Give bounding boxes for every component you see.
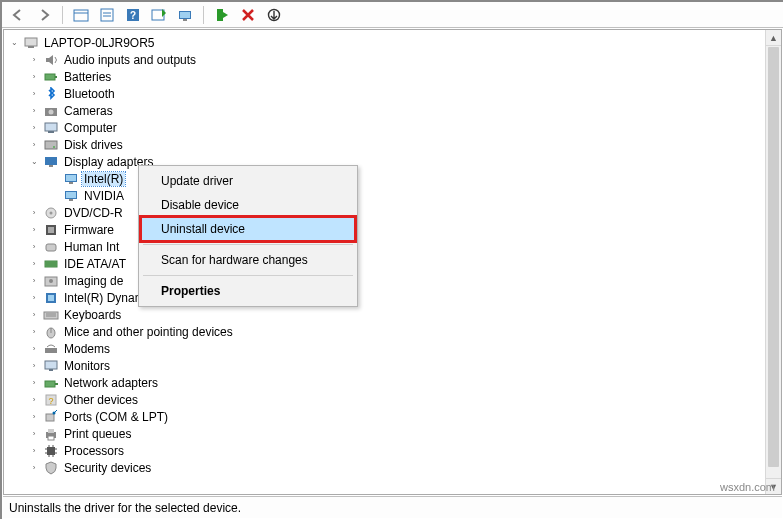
- category-icon: [43, 205, 59, 221]
- back-button[interactable]: [8, 5, 28, 25]
- category-icon: [43, 69, 59, 85]
- expand-icon[interactable]: ›: [28, 258, 40, 270]
- svg-rect-23: [45, 157, 57, 165]
- tree-category[interactable]: ›Monitors: [28, 357, 765, 374]
- category-label: Network adapters: [62, 376, 160, 390]
- expand-icon[interactable]: ›: [28, 139, 40, 151]
- category-label: Keyboards: [62, 308, 123, 322]
- scroll-thumb[interactable]: [768, 47, 779, 467]
- vertical-scrollbar[interactable]: ▲ ▼: [765, 30, 781, 494]
- tree-category[interactable]: ›Computer: [28, 119, 765, 136]
- context-menu: Update driver Disable device Uninstall d…: [138, 165, 358, 307]
- tree-pane: ⌄ LAPTOP-0LJR9OR5 ›Audio inputs and outp…: [3, 29, 782, 495]
- menu-update-driver[interactable]: Update driver: [141, 169, 355, 193]
- category-icon: [43, 154, 59, 170]
- tree-category[interactable]: ›Bluetooth: [28, 85, 765, 102]
- expand-icon[interactable]: ›: [28, 122, 40, 134]
- action-button[interactable]: [149, 5, 169, 25]
- category-icon: [43, 86, 59, 102]
- tree-category[interactable]: ›Batteries: [28, 68, 765, 85]
- tree-category[interactable]: ›Security devices: [28, 459, 765, 476]
- tree-category[interactable]: ›Mice and other pointing devices: [28, 323, 765, 340]
- svg-rect-49: [45, 361, 57, 369]
- root-label: LAPTOP-0LJR9OR5: [42, 36, 157, 50]
- category-icon: [43, 137, 59, 153]
- svg-rect-15: [45, 74, 55, 80]
- tree-category[interactable]: ›Ports (COM & LPT): [28, 408, 765, 425]
- svg-point-40: [49, 279, 53, 283]
- expand-icon[interactable]: ›: [28, 292, 40, 304]
- expand-icon[interactable]: ›: [28, 105, 40, 117]
- category-icon: [43, 103, 59, 119]
- expand-icon[interactable]: ›: [28, 411, 40, 423]
- svg-rect-16: [55, 76, 57, 78]
- expand-icon[interactable]: ›: [28, 88, 40, 100]
- svg-text:?: ?: [130, 10, 136, 21]
- forward-button[interactable]: [34, 5, 54, 25]
- toolbar: ?: [2, 2, 783, 28]
- expand-icon[interactable]: ›: [28, 54, 40, 66]
- category-icon: [43, 358, 59, 374]
- expand-icon[interactable]: ›: [28, 326, 40, 338]
- help-button[interactable]: ?: [123, 5, 143, 25]
- scan-button[interactable]: [175, 5, 195, 25]
- svg-rect-24: [49, 165, 53, 167]
- menu-uninstall-device[interactable]: Uninstall device: [141, 217, 355, 241]
- tree-category[interactable]: ›Audio inputs and outputs: [28, 51, 765, 68]
- toolbar-separator: [203, 6, 204, 24]
- expand-icon[interactable]: ›: [28, 445, 40, 457]
- svg-point-57: [53, 411, 56, 414]
- svg-rect-29: [66, 192, 76, 198]
- svg-rect-14: [28, 46, 34, 48]
- tree-category[interactable]: ›?Other devices: [28, 391, 765, 408]
- tree-category[interactable]: ›Keyboards: [28, 306, 765, 323]
- svg-rect-60: [48, 436, 54, 440]
- svg-rect-0: [74, 10, 88, 21]
- menu-properties[interactable]: Properties: [141, 279, 355, 303]
- tree-category[interactable]: ›Disk drives: [28, 136, 765, 153]
- category-label: Computer: [62, 121, 119, 135]
- category-label: Bluetooth: [62, 87, 117, 101]
- expand-icon[interactable]: ›: [28, 241, 40, 253]
- collapse-icon[interactable]: ⌄: [8, 37, 20, 49]
- category-icon: [43, 375, 59, 391]
- svg-point-32: [50, 211, 53, 214]
- device-tree[interactable]: ⌄ LAPTOP-0LJR9OR5 ›Audio inputs and outp…: [4, 30, 765, 480]
- tree-root[interactable]: ⌄ LAPTOP-0LJR9OR5: [8, 34, 765, 51]
- show-hidden-button[interactable]: [71, 5, 91, 25]
- status-text: Uninstalls the driver for the selected d…: [9, 501, 241, 515]
- expand-icon[interactable]: ›: [28, 207, 40, 219]
- expand-icon[interactable]: ›: [28, 360, 40, 372]
- expand-icon[interactable]: ›: [28, 377, 40, 389]
- expand-icon[interactable]: ›: [28, 428, 40, 440]
- scroll-up-icon[interactable]: ▲: [766, 30, 781, 46]
- update-button[interactable]: [264, 5, 284, 25]
- category-icon: [43, 443, 59, 459]
- device-icon: [63, 171, 79, 187]
- expand-icon[interactable]: ›: [28, 343, 40, 355]
- tree-category[interactable]: ›Cameras: [28, 102, 765, 119]
- category-icon: ?: [43, 392, 59, 408]
- properties-button[interactable]: [97, 5, 117, 25]
- menu-disable-device[interactable]: Disable device: [141, 193, 355, 217]
- tree-category[interactable]: ›Modems: [28, 340, 765, 357]
- enable-button[interactable]: [212, 5, 232, 25]
- expand-icon[interactable]: ›: [28, 71, 40, 83]
- category-label: IDE ATA/AT: [62, 257, 128, 271]
- uninstall-button[interactable]: [238, 5, 258, 25]
- expand-icon[interactable]: ›: [28, 309, 40, 321]
- expand-icon[interactable]: ›: [28, 275, 40, 287]
- category-icon: [43, 120, 59, 136]
- collapse-icon[interactable]: ⌄: [28, 156, 40, 168]
- tree-category[interactable]: ›Network adapters: [28, 374, 765, 391]
- tree-category[interactable]: ›Processors: [28, 442, 765, 459]
- tree-category[interactable]: ›Print queues: [28, 425, 765, 442]
- svg-rect-36: [45, 261, 57, 267]
- expand-icon[interactable]: ›: [28, 394, 40, 406]
- expand-icon[interactable]: ›: [28, 462, 40, 474]
- svg-rect-50: [49, 369, 53, 371]
- menu-scan-hardware[interactable]: Scan for hardware changes: [141, 248, 355, 272]
- expand-icon[interactable]: ›: [28, 224, 40, 236]
- toolbar-separator: [62, 6, 63, 24]
- svg-point-18: [49, 109, 54, 114]
